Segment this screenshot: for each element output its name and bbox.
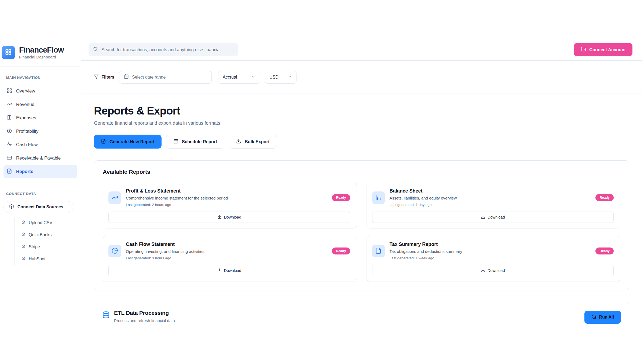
source-item-hubspot[interactable]: HubSpot xyxy=(21,253,77,265)
download-icon xyxy=(217,268,222,273)
receipt-icon xyxy=(7,115,12,121)
download-label: Download xyxy=(224,215,241,219)
sidebar-item-reports[interactable]: Reports xyxy=(3,165,77,178)
filters-bar: Filters Select date range Accrual xyxy=(81,61,642,94)
sidebar-item-receivable-payable[interactable]: Receivable & Payable xyxy=(3,152,77,165)
report-icon-tile xyxy=(108,245,121,257)
report-icon-tile xyxy=(108,191,121,204)
wallet-icon xyxy=(581,46,586,53)
calendar-icon xyxy=(173,139,178,145)
available-reports-title: Available Reports xyxy=(103,169,620,175)
run-all-button[interactable]: Run All xyxy=(584,311,621,324)
download-icon xyxy=(481,215,485,220)
top-header: Connect Account xyxy=(81,39,642,61)
source-item-label: Stripe xyxy=(29,245,40,249)
report-title: Tax Summary Report xyxy=(390,242,591,247)
report-description: Assets, liabilities, and equity overview xyxy=(390,196,591,200)
sidebar-item-cash-flow[interactable]: Cash Flow xyxy=(3,138,77,152)
connect-data-label: CONNECT DATA xyxy=(6,192,77,196)
brand-name: FinanceFlow xyxy=(19,46,64,54)
download-button[interactable]: Download xyxy=(108,265,350,276)
sidebar-item-label: Profitability xyxy=(16,129,38,134)
search-icon xyxy=(93,46,98,53)
report-card-tax-summary: Tax Summary Report Tax obligations and d… xyxy=(367,236,621,282)
connect-account-button[interactable]: Connect Account xyxy=(574,43,632,56)
chevron-down-icon xyxy=(288,75,292,80)
report-description: Tax obligations and deductions summary xyxy=(390,249,591,254)
status-badge: Ready xyxy=(332,194,350,201)
main-area: Connect Account Filters Select date ra xyxy=(81,39,642,331)
generate-new-report-button[interactable]: Generate New Report xyxy=(94,135,162,149)
available-reports-panel: Available Reports xyxy=(94,160,629,290)
package-icon xyxy=(21,232,25,237)
brand-tagline: Financial Dashboard xyxy=(19,55,64,59)
download-button[interactable]: Download xyxy=(108,212,350,223)
date-range-input[interactable]: Select date range xyxy=(119,71,212,84)
download-button[interactable]: Download xyxy=(372,212,614,223)
currency-select[interactable]: USD xyxy=(265,71,297,84)
source-item-stripe[interactable]: Stripe xyxy=(21,241,77,253)
accounting-method-value: Accrual xyxy=(223,75,237,80)
dashboard-grid-icon xyxy=(7,88,12,95)
connect-data-sources-button[interactable]: Connect Data Sources xyxy=(3,201,73,213)
report-card-cash-flow: Cash Flow Statement Operating, investing… xyxy=(103,236,357,282)
sidebar-item-profitability[interactable]: Profitability xyxy=(3,125,77,138)
page-content: Reports & Export Generate financial repo… xyxy=(81,94,642,331)
page-actions: Generate New Report Schedule Report xyxy=(94,135,629,149)
download-icon xyxy=(236,139,241,145)
search-input[interactable] xyxy=(101,47,234,52)
package-icon xyxy=(21,257,25,261)
connect-account-label: Connect Account xyxy=(589,47,626,52)
source-item-quickbooks[interactable]: QuickBooks xyxy=(21,229,77,241)
credit-card-icon xyxy=(7,155,12,162)
status-badge: Ready xyxy=(595,194,614,201)
reports-grid: Profit & Loss Statement Comprehensive in… xyxy=(103,183,620,282)
sidebar-item-expenses[interactable]: Expenses xyxy=(3,111,77,125)
report-last-generated: Last generated: 2 hours ago xyxy=(126,203,327,207)
sidebar-item-label: Receivable & Payable xyxy=(16,156,61,161)
search-box xyxy=(89,43,238,56)
source-item-label: HubSpot xyxy=(29,257,45,261)
report-description: Operating, investing, and financing acti… xyxy=(126,249,327,254)
currency-value: USD xyxy=(269,75,279,80)
database-icon xyxy=(102,310,110,320)
date-range-placeholder: Select date range xyxy=(132,75,166,80)
download-icon xyxy=(217,215,222,220)
file-text-icon xyxy=(7,168,12,175)
sidebar-item-revenue[interactable]: Revenue xyxy=(3,98,77,111)
sidebar-item-overview[interactable]: Overview xyxy=(3,84,77,98)
sidebar-item-label: Expenses xyxy=(16,115,36,121)
accounting-method-select[interactable]: Accrual xyxy=(218,71,260,84)
download-button[interactable]: Download xyxy=(372,265,614,276)
schedule-report-button[interactable]: Schedule Report xyxy=(166,135,224,149)
source-item-upload-csv[interactable]: Upload CSV xyxy=(21,217,77,229)
main-navigation: MAIN NAVIGATION Overview Revenue xyxy=(0,67,81,265)
sidebar-item-label: Cash Flow xyxy=(16,142,38,147)
file-text-icon xyxy=(101,139,106,145)
connect-data-sources-label: Connect Data Sources xyxy=(17,205,63,209)
main-navigation-label: MAIN NAVIGATION xyxy=(6,76,77,80)
report-last-generated: Last generated: 1 week ago xyxy=(390,256,591,260)
report-card-balance-sheet: Balance Sheet Assets, liabilities, and e… xyxy=(367,183,621,228)
report-description: Comprehensive income statement for the s… xyxy=(126,196,327,200)
dollar-circle-icon xyxy=(7,128,12,135)
bulk-export-label: Bulk Export xyxy=(245,139,270,144)
chevron-down-icon xyxy=(251,75,255,80)
trending-up-icon xyxy=(112,194,118,202)
package-icon xyxy=(9,204,14,210)
status-badge: Ready xyxy=(595,248,614,254)
report-card-profit-loss: Profit & Loss Statement Comprehensive in… xyxy=(103,183,357,228)
download-label: Download xyxy=(488,268,505,273)
trending-up-icon xyxy=(7,101,12,108)
bar-chart-icon xyxy=(375,194,382,202)
calendar-icon xyxy=(124,74,129,80)
dashboard-grid-icon xyxy=(5,48,12,57)
download-label: Download xyxy=(224,268,241,273)
page-subtitle: Generate financial reports and export da… xyxy=(94,120,629,126)
data-sources-list: Upload CSV QuickBooks xyxy=(14,217,77,265)
bulk-export-button[interactable]: Bulk Export xyxy=(229,135,277,149)
filters-toggle[interactable]: Filters xyxy=(94,74,114,80)
report-icon-tile xyxy=(372,245,385,257)
report-last-generated: Last generated: 3 hours ago xyxy=(126,256,327,260)
refresh-icon xyxy=(591,314,596,320)
